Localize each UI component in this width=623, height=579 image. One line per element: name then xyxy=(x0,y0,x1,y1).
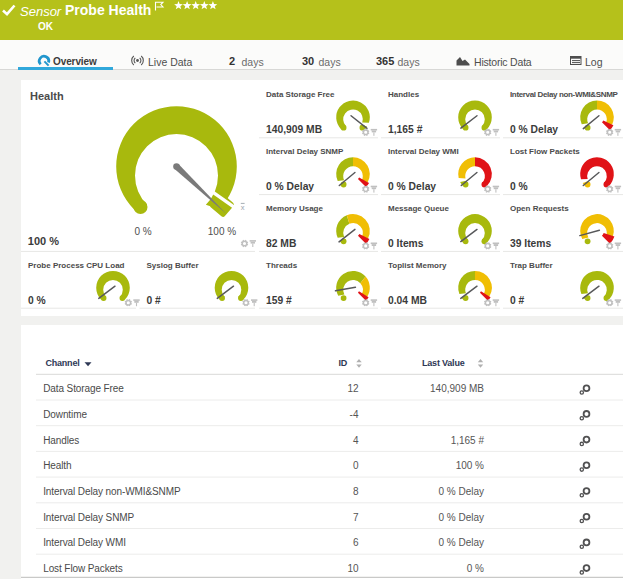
svg-text:x: x xyxy=(241,202,245,211)
